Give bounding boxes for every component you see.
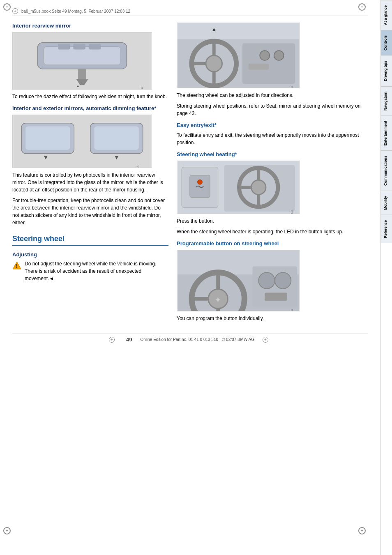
easy-entry-body: To facilitate entry and exit, the steeri… (177, 131, 368, 146)
tab-bar: At a glance Controls Driving tips Naviga… (380, 0, 392, 555)
svg-point-30 (274, 51, 284, 60)
programmable-svg: ✦ PYCCB3GCAMA (177, 250, 300, 311)
svg-rect-6 (78, 69, 86, 79)
main-content: ba8_m5us.book Seite 49 Montag, 5. Februa… (0, 0, 380, 555)
right-column: ▲ PYCARSRG-JUA The steering wheel can be… (177, 23, 368, 325)
footer-circle (109, 337, 115, 343)
tab-navigation[interactable]: Navigation (381, 86, 392, 115)
svg-point-23 (206, 55, 222, 72)
footer-copyright: Online Edition for Part no. 01 41 0 013 … (140, 337, 254, 342)
steering-major-heading: Steering wheel (12, 235, 168, 246)
svg-text:▲: ▲ (76, 84, 80, 88)
page-header: ba8_m5us.book Seite 49 Montag, 5. Februa… (12, 8, 368, 16)
dimming-body2: This feature is controlled by two photoc… (12, 171, 168, 193)
svg-rect-4 (73, 44, 85, 50)
adjusting-subheading: Adjusting (12, 251, 168, 258)
programmable-body: You can program the button individually. (177, 315, 368, 322)
warning-text: Do not adjust the steering wheel while t… (25, 260, 168, 282)
svg-text:▼: ▼ (43, 154, 49, 161)
rearview-image: ▲ PYCARSRG-JUA (12, 32, 152, 90)
svg-text:PYCPARGT-F7UA: PYCPARGT-F7UA (136, 166, 139, 168)
svg-point-55 (258, 272, 274, 288)
rearview-heading: Interior rearview mirror (12, 23, 168, 29)
svg-text:▲: ▲ (211, 26, 217, 32)
two-column-layout: Interior rearview mirror (12, 23, 368, 325)
warning-box: ! Do not adjust the steering wheel while… (12, 260, 168, 282)
footer-circle-right (263, 337, 268, 343)
svg-point-40 (251, 180, 266, 194)
rearview-svg: ▲ PYCARSRG-JUA (13, 32, 152, 89)
svg-text:PYCARSRG-JUA: PYCARSRG-JUA (141, 87, 143, 89)
heating-image: 〜 PYCS3RSGAMA (177, 161, 300, 214)
svg-rect-57 (265, 293, 287, 301)
tab-communications[interactable]: Communications (381, 150, 392, 191)
header-circle (12, 8, 18, 14)
tab-at-a-glance[interactable]: At a glance (381, 0, 392, 30)
tab-driving-tips[interactable]: Driving tips (381, 55, 392, 86)
corner-mark-tr (358, 3, 366, 11)
easy-entry-heading: Easy entry/exit* (177, 122, 368, 128)
steering-adj-text2: Storing steering wheel positions, refer … (177, 102, 368, 117)
svg-rect-31 (249, 64, 269, 70)
steering-adj-svg: ▲ PYCARSRG-JUA (177, 23, 300, 88)
svg-text:!: ! (16, 263, 18, 269)
corner-mark-tl (3, 3, 11, 11)
steering-adj-image: ▲ PYCARSRG-JUA (177, 23, 300, 88)
svg-point-29 (260, 51, 270, 60)
heating-body1: Press the button. (177, 217, 368, 225)
corner-mark-br (358, 527, 366, 534)
heating-heading: Steering wheel heating* (177, 151, 368, 157)
svg-text:PYCS3RSGAMA: PYCS3RSGAMA (291, 210, 293, 214)
warning-icon: ! (12, 261, 21, 270)
svg-rect-5 (89, 44, 101, 50)
rearview-body1: To reduce the dazzle effect of following… (12, 93, 168, 100)
page-footer: 49 Online Edition for Part no. 01 41 0 0… (12, 334, 368, 343)
svg-text:▼: ▼ (113, 154, 120, 161)
dimming-svg: ▼ ▼ PYCPARGT-F7UA (13, 115, 152, 168)
tab-controls[interactable]: Controls (381, 30, 392, 55)
svg-rect-15 (95, 127, 139, 150)
dimming-heading: Interior and exterior mirrors, automatic… (12, 105, 168, 111)
svg-text:PYCCB3GCAMA: PYCCB3GCAMA (291, 309, 293, 311)
svg-point-37 (198, 180, 203, 184)
programmable-heading: Programmable button on steering wheel (177, 240, 368, 246)
svg-rect-3 (58, 44, 70, 50)
svg-rect-12 (25, 127, 70, 150)
header-file-info: ba8_m5us.book Seite 49 Montag, 5. Februa… (21, 9, 130, 14)
dimming-body3: For trouble-free operation, keep the pho… (12, 197, 168, 226)
heating-svg: 〜 PYCS3RSGAMA (177, 161, 300, 214)
svg-point-56 (275, 272, 291, 288)
svg-text:✦: ✦ (214, 295, 221, 304)
left-column: Interior rearview mirror (12, 23, 168, 325)
tab-reference[interactable]: Reference (381, 215, 392, 243)
programmable-image: ✦ PYCCB3GCAMA (177, 250, 300, 311)
tab-entertainment[interactable]: Entertainment (381, 115, 392, 151)
heating-body2: When the steering wheel heater is operat… (177, 228, 368, 235)
dimming-image: ▼ ▼ PYCPARGT-F7UA (12, 115, 152, 168)
svg-text:PYCARSRG-JUA: PYCARSRG-JUA (291, 86, 293, 88)
steering-adj-text1: The steering wheel can be adjusted in fo… (177, 92, 368, 99)
tab-mobility[interactable]: Mobility (381, 191, 392, 215)
corner-mark-bl (3, 527, 11, 534)
page-number: 49 (126, 336, 132, 343)
